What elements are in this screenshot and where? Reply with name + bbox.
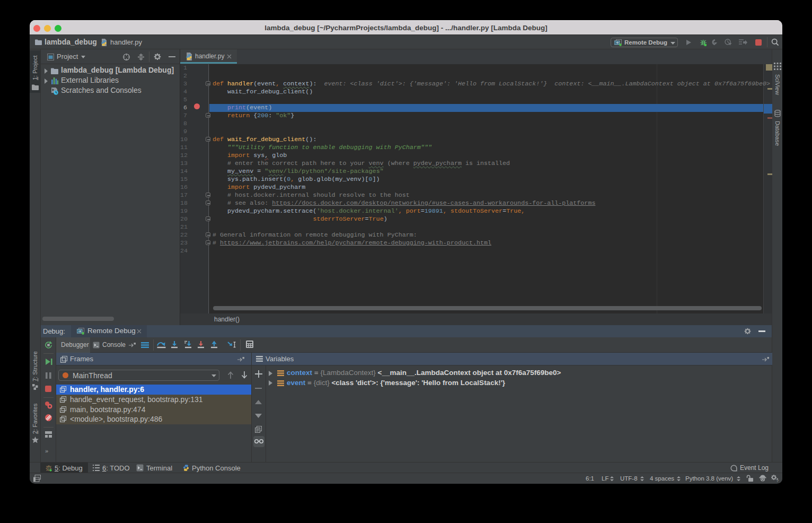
svg-text:?: ?: [776, 478, 779, 482]
